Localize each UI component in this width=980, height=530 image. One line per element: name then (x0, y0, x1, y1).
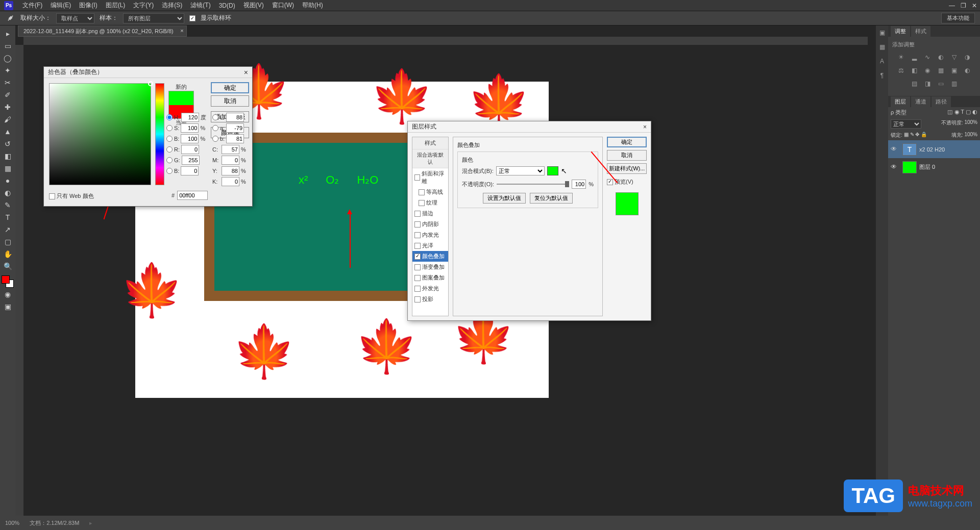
thresh-icon[interactable]: ◨ (923, 79, 932, 88)
overlay-color-swatch[interactable] (547, 166, 558, 175)
brush-tool-icon[interactable]: 🖌 (1, 114, 14, 125)
lookup-icon[interactable]: ▣ (949, 66, 959, 75)
style-drop-shadow[interactable]: 投影 (412, 294, 448, 305)
poster-icon[interactable]: ▤ (910, 79, 919, 88)
y-input[interactable] (222, 166, 239, 175)
blend-header[interactable]: 混合选项:默认 (412, 149, 448, 168)
eraser-tool-icon[interactable]: ◧ (1, 150, 14, 162)
menu-file[interactable]: 文件(F) (18, 1, 46, 10)
channels-tab[interactable]: 通道 (911, 96, 930, 107)
wand-tool-icon[interactable]: ✦ (1, 65, 14, 76)
mixer-icon[interactable]: ▦ (936, 66, 945, 75)
new-style-button[interactable]: 新建样式(W)... (607, 163, 647, 174)
history-panel-icon[interactable]: ▣ (877, 28, 887, 37)
menu-window[interactable]: 窗口(W) (268, 1, 298, 10)
ok-button[interactable]: 确定 (607, 137, 647, 147)
opacity-value[interactable]: 100% (964, 119, 977, 129)
color-swatches[interactable] (2, 275, 14, 288)
history-brush-tool-icon[interactable]: ↺ (1, 138, 14, 149)
lasso-tool-icon[interactable]: ◯ (1, 53, 14, 64)
bv-input[interactable] (181, 166, 199, 175)
fg-color-swatch[interactable] (2, 275, 10, 284)
document-tab[interactable]: 2022-12-08_111449 副本.png @ 100% (x2 02_H… (18, 26, 187, 37)
menu-select[interactable]: 选择(S) (158, 1, 186, 10)
style-inner-glow[interactable]: 内发光 (412, 230, 448, 240)
close-icon[interactable]: × (244, 68, 248, 77)
menu-filter[interactable]: 滤镜(T) (186, 1, 214, 10)
dodge-tool-icon[interactable]: ◐ (1, 187, 14, 198)
swatches-panel-icon[interactable]: ▦ (877, 42, 887, 52)
hue-slider[interactable] (155, 83, 164, 185)
m-input[interactable] (222, 156, 239, 165)
s-input[interactable] (181, 123, 199, 133)
blur-tool-icon[interactable]: ● (1, 175, 14, 186)
style-gradient-overlay[interactable]: 渐变叠加 (412, 262, 448, 272)
color-marker[interactable] (148, 81, 153, 86)
g-input[interactable] (182, 156, 200, 165)
maximize-icon[interactable]: ❐ (958, 1, 969, 11)
style-satin[interactable]: 光泽 (412, 240, 448, 251)
style-stroke[interactable]: 描边 (412, 208, 448, 219)
hex-input[interactable] (177, 191, 208, 200)
screenmode-icon[interactable]: ▣ (1, 301, 14, 312)
opacity-slider[interactable] (497, 184, 569, 185)
marquee-tool-icon[interactable]: ▭ (1, 40, 14, 52)
l-input[interactable] (226, 113, 244, 122)
b-input[interactable] (181, 134, 199, 143)
char-panel-icon[interactable]: A (877, 57, 887, 66)
shape-tool-icon[interactable]: ▢ (1, 236, 14, 247)
hue-icon[interactable]: ◑ (963, 53, 972, 62)
fill-value[interactable]: 100% (964, 132, 977, 139)
blend-mode-select[interactable]: 正常 (891, 119, 921, 129)
menu-type[interactable]: 文字(Y) (129, 1, 158, 10)
h-input[interactable] (181, 113, 199, 122)
exposure-icon[interactable]: ◐ (936, 53, 945, 62)
brightness-icon[interactable]: ☀ (896, 53, 905, 62)
visibility-icon[interactable]: 👁 (891, 163, 898, 171)
vibrance-icon[interactable]: ▽ (949, 53, 959, 62)
a-radio[interactable] (212, 125, 218, 131)
layer-name[interactable]: 图层 0 (919, 163, 935, 171)
bv-radio[interactable] (166, 168, 173, 174)
adjustments-tab[interactable]: 调整 (891, 26, 910, 37)
type-tool-icon[interactable]: T (1, 212, 14, 223)
stamp-tool-icon[interactable]: ▲ (1, 126, 14, 137)
grad-icon[interactable]: ▭ (936, 79, 945, 88)
menu-help[interactable]: 帮助(H) (298, 1, 327, 10)
c-input[interactable] (222, 145, 239, 154)
blend-mode-select[interactable]: 正常 (496, 166, 545, 175)
close-icon[interactable]: × (643, 123, 647, 131)
menu-layer[interactable]: 图层(L) (102, 1, 130, 10)
bal-icon[interactable]: ⚖ (896, 66, 905, 75)
curves-icon[interactable]: ∿ (923, 53, 932, 62)
pen-tool-icon[interactable]: ✎ (1, 199, 14, 211)
style-color-overlay[interactable]: 颜色叠加 (412, 251, 448, 262)
style-contour[interactable]: 等高线 (412, 187, 448, 197)
minimize-icon[interactable]: — (946, 1, 958, 11)
cancel-button[interactable]: 取消 (211, 95, 249, 107)
styles-header[interactable]: 样式 (412, 137, 448, 149)
h-radio[interactable] (166, 114, 173, 120)
color-gradient[interactable] (49, 83, 151, 185)
g-radio[interactable] (166, 157, 173, 163)
lab-b-input[interactable] (226, 134, 244, 143)
menu-3d[interactable]: 3D(D) (215, 2, 239, 9)
web-only-checkbox[interactable] (49, 193, 55, 199)
preview-checkbox[interactable] (607, 179, 613, 185)
zoom-tool-icon[interactable]: 🔍 (1, 261, 14, 272)
style-inner-shadow[interactable]: 内阴影 (412, 219, 448, 230)
quickmask-icon[interactable]: ◉ (1, 289, 14, 300)
opacity-input[interactable] (572, 180, 586, 189)
r-input[interactable] (181, 145, 199, 154)
menu-edit[interactable]: 编辑(E) (46, 1, 75, 10)
invert-icon[interactable]: ◐ (963, 66, 972, 75)
sel-icon[interactable]: ▥ (949, 79, 959, 88)
ok-button[interactable]: 确定 (211, 82, 249, 93)
path-tool-icon[interactable]: ↗ (1, 224, 14, 235)
workspace-button[interactable]: 基本功能 (941, 13, 975, 23)
k-input[interactable] (222, 177, 239, 186)
gradient-tool-icon[interactable]: ▦ (1, 163, 14, 174)
style-texture[interactable]: 纹理 (412, 197, 448, 208)
paths-tab[interactable]: 路径 (932, 96, 951, 107)
crop-tool-icon[interactable]: ✂ (1, 77, 14, 88)
